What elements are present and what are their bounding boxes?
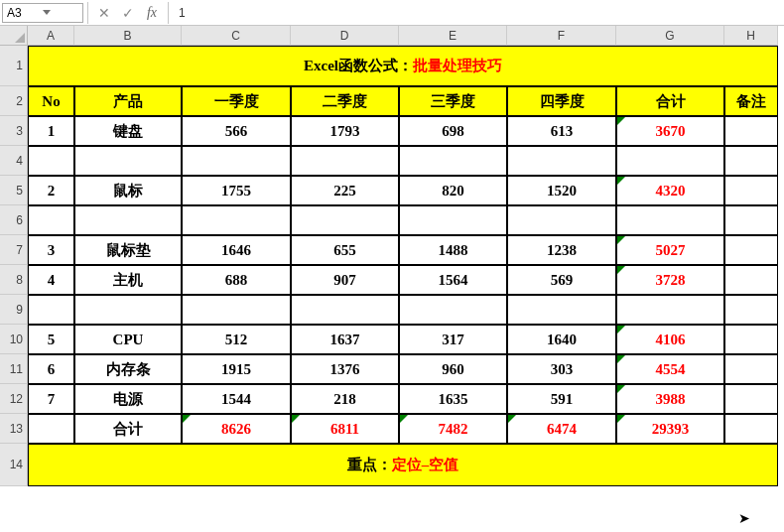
row-header-8[interactable]: 8 [0, 265, 28, 295]
data-cell[interactable] [724, 265, 778, 295]
row-header-6[interactable]: 6 [0, 205, 28, 235]
data-cell[interactable]: 698 [399, 116, 507, 146]
data-cell[interactable]: 鼠标垫 [74, 235, 182, 265]
data-cell[interactable]: 218 [291, 384, 399, 414]
blank-cell[interactable] [291, 146, 399, 176]
blank-cell[interactable] [74, 205, 182, 235]
data-cell[interactable]: 1 [28, 116, 74, 146]
total-value[interactable]: 6474 [507, 414, 616, 444]
header-4[interactable]: 三季度 [399, 86, 507, 116]
blank-cell[interactable] [724, 146, 778, 176]
total-blank[interactable] [724, 414, 778, 444]
data-cell[interactable] [724, 384, 778, 414]
data-cell[interactable]: 5027 [616, 235, 724, 265]
row-header-7[interactable]: 7 [0, 235, 28, 265]
data-cell[interactable]: 591 [507, 384, 616, 414]
data-cell[interactable]: 1755 [182, 176, 291, 205]
total-value[interactable]: 6811 [291, 414, 399, 444]
data-cell[interactable]: 317 [399, 325, 507, 354]
data-cell[interactable] [724, 325, 778, 354]
data-cell[interactable]: 7 [28, 384, 74, 414]
blank-cell[interactable] [74, 295, 182, 325]
data-cell[interactable]: 1544 [182, 384, 291, 414]
blank-cell[interactable] [399, 146, 507, 176]
data-cell[interactable]: 303 [507, 354, 616, 384]
col-header-C[interactable]: C [182, 26, 291, 46]
header-3[interactable]: 二季度 [291, 86, 399, 116]
blank-cell[interactable] [724, 205, 778, 235]
select-all-corner[interactable] [0, 26, 28, 46]
data-cell[interactable]: 688 [182, 265, 291, 295]
footer-cell[interactable]: 重点：定位–空值 [28, 444, 778, 486]
data-cell[interactable]: 4554 [616, 354, 724, 384]
row-header-2[interactable]: 2 [0, 86, 28, 116]
data-cell[interactable]: 鼠标 [74, 176, 182, 205]
row-header-13[interactable]: 13 [0, 414, 28, 444]
data-cell[interactable]: 820 [399, 176, 507, 205]
col-header-H[interactable]: H [724, 26, 778, 46]
header-5[interactable]: 四季度 [507, 86, 616, 116]
data-cell[interactable]: 225 [291, 176, 399, 205]
total-value[interactable]: 29393 [616, 414, 724, 444]
blank-cell[interactable] [182, 295, 291, 325]
name-box-dropdown-icon[interactable] [43, 8, 78, 18]
data-cell[interactable]: 主机 [74, 265, 182, 295]
total-label[interactable]: 合计 [74, 414, 182, 444]
data-cell[interactable]: 655 [291, 235, 399, 265]
blank-cell[interactable] [399, 295, 507, 325]
col-header-D[interactable]: D [291, 26, 399, 46]
data-cell[interactable] [724, 354, 778, 384]
data-cell[interactable]: 566 [182, 116, 291, 146]
data-cell[interactable]: 键盘 [74, 116, 182, 146]
data-cell[interactable]: 1915 [182, 354, 291, 384]
data-cell[interactable]: 4106 [616, 325, 724, 354]
data-cell[interactable] [724, 176, 778, 205]
title-cell[interactable]: Excel函数公式：批量处理技巧 [28, 46, 778, 86]
row-header-3[interactable]: 3 [0, 116, 28, 146]
data-cell[interactable]: 960 [399, 354, 507, 384]
data-cell[interactable]: 内存条 [74, 354, 182, 384]
total-value[interactable]: 8626 [182, 414, 291, 444]
row-header-14[interactable]: 14 [0, 444, 28, 486]
row-header-12[interactable]: 12 [0, 384, 28, 414]
blank-cell[interactable] [28, 146, 74, 176]
data-cell[interactable]: 1238 [507, 235, 616, 265]
blank-cell[interactable] [399, 205, 507, 235]
data-cell[interactable]: 1637 [291, 325, 399, 354]
data-cell[interactable] [724, 116, 778, 146]
formula-input[interactable] [173, 2, 784, 24]
blank-cell[interactable] [616, 205, 724, 235]
data-cell[interactable]: 3988 [616, 384, 724, 414]
blank-cell[interactable] [507, 205, 616, 235]
row-header-5[interactable]: 5 [0, 176, 28, 205]
blank-cell[interactable] [28, 205, 74, 235]
data-cell[interactable]: 907 [291, 265, 399, 295]
data-cell[interactable]: 613 [507, 116, 616, 146]
row-header-11[interactable]: 11 [0, 354, 28, 384]
header-0[interactable]: No [28, 86, 74, 116]
blank-cell[interactable] [724, 295, 778, 325]
data-cell[interactable] [724, 235, 778, 265]
col-header-G[interactable]: G [616, 26, 724, 46]
row-header-4[interactable]: 4 [0, 146, 28, 176]
data-cell[interactable]: 3728 [616, 265, 724, 295]
total-value[interactable]: 7482 [399, 414, 507, 444]
data-cell[interactable]: 1488 [399, 235, 507, 265]
row-header-9[interactable]: 9 [0, 295, 28, 325]
data-cell[interactable]: 6 [28, 354, 74, 384]
blank-cell[interactable] [182, 205, 291, 235]
data-cell[interactable]: 2 [28, 176, 74, 205]
header-2[interactable]: 一季度 [182, 86, 291, 116]
blank-cell[interactable] [291, 205, 399, 235]
col-header-E[interactable]: E [399, 26, 507, 46]
blank-cell[interactable] [616, 146, 724, 176]
cancel-icon[interactable]: ✕ [92, 2, 116, 24]
confirm-icon[interactable]: ✓ [116, 2, 140, 24]
name-box[interactable]: A3 [2, 3, 83, 23]
total-blank[interactable] [28, 414, 74, 444]
data-cell[interactable]: 569 [507, 265, 616, 295]
row-header-10[interactable]: 10 [0, 325, 28, 354]
data-cell[interactable]: 1520 [507, 176, 616, 205]
header-6[interactable]: 合计 [616, 86, 724, 116]
data-cell[interactable]: 512 [182, 325, 291, 354]
